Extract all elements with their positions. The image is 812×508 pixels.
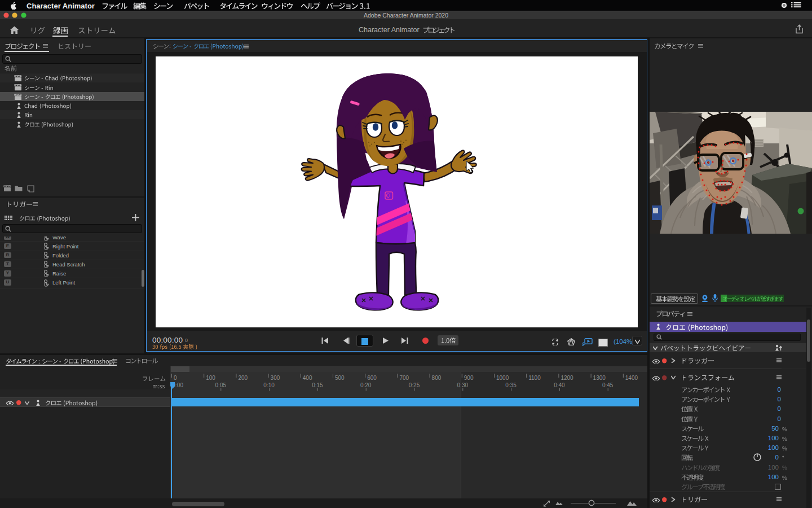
svg-text:700: 700 — [399, 375, 409, 381]
svg-text:1300: 1300 — [593, 375, 606, 381]
svg-text:500: 500 — [335, 375, 345, 381]
svg-text:0:10: 0:10 — [263, 382, 275, 388]
svg-text:0:25: 0:25 — [409, 382, 420, 388]
svg-text:300: 300 — [271, 375, 280, 381]
svg-text:800: 800 — [432, 375, 442, 381]
svg-text:0:30: 0:30 — [457, 382, 469, 388]
svg-text:0: 0 — [174, 375, 177, 381]
svg-text:0:40: 0:40 — [554, 382, 565, 388]
svg-text:600: 600 — [367, 375, 377, 381]
svg-text:1400: 1400 — [625, 375, 638, 381]
svg-text:0:45: 0:45 — [602, 382, 614, 388]
svg-text:200: 200 — [238, 375, 248, 381]
svg-text:0:15: 0:15 — [312, 382, 323, 388]
svg-text:1200: 1200 — [561, 375, 573, 381]
svg-text:0:35: 0:35 — [505, 382, 517, 388]
svg-text:400: 400 — [303, 375, 312, 381]
svg-text:0:05: 0:05 — [215, 382, 227, 388]
svg-text:1100: 1100 — [528, 375, 541, 381]
svg-text:900: 900 — [464, 375, 474, 381]
svg-text:0:20: 0:20 — [360, 382, 372, 388]
svg-text:1000: 1000 — [496, 375, 509, 381]
svg-text:100: 100 — [206, 375, 215, 381]
